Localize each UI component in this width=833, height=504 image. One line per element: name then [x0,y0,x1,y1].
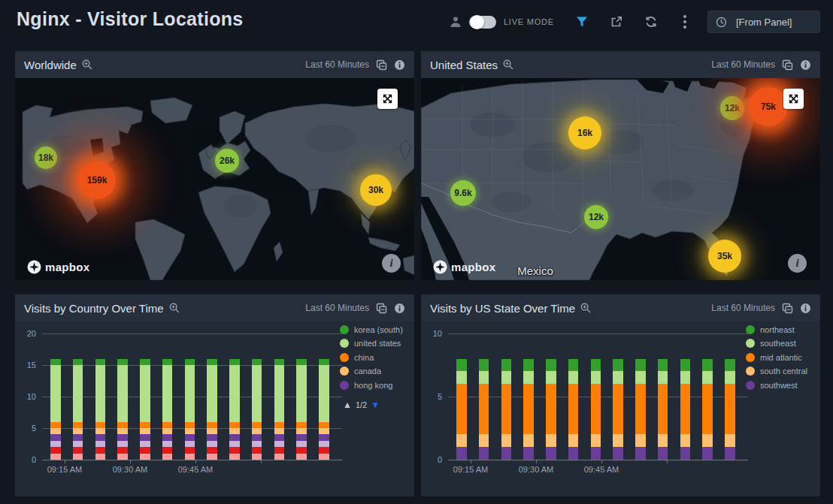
bar-segment [95,359,106,365]
bar-segment [50,441,61,447]
bar[interactable] [319,359,329,460]
bar[interactable] [140,359,150,460]
info-icon[interactable] [394,59,405,71]
map-info-button[interactable]: i [788,254,807,273]
bar-segment [456,447,467,460]
bar-segment [229,441,240,447]
map-bubble[interactable]: 12k [584,205,608,229]
bar[interactable] [680,359,691,460]
bar[interactable] [296,359,307,460]
user-icon[interactable] [450,16,462,28]
bar[interactable] [229,359,240,460]
bar-segment [702,447,713,460]
map-info-button[interactable]: i [382,254,401,273]
bar-segment [680,359,691,372]
bar[interactable] [50,359,61,460]
filter-icon[interactable] [575,15,589,29]
bar[interactable] [523,359,534,460]
us-map[interactable]: 12k75k16k9.6k12k35kMexicomapboxi [421,78,820,280]
legend-item[interactable]: china [340,353,374,362]
bar[interactable] [73,359,83,460]
bar[interactable] [456,359,467,460]
more-menu-icon[interactable] [679,14,691,30]
bar-segment [50,454,61,460]
map-bubble[interactable]: 75k [749,87,788,126]
bar[interactable] [613,359,623,460]
zoom-icon[interactable] [503,59,513,70]
bar[interactable] [725,359,735,460]
zoom-icon[interactable] [169,303,180,313]
legend-item[interactable]: southeast [746,339,796,348]
bar[interactable] [546,359,556,460]
map-bubble[interactable]: 159k [78,161,116,199]
bar-segment [162,434,173,440]
live-mode-toggle[interactable] [469,16,496,29]
bar-segment [635,371,646,384]
zoom-icon[interactable] [82,59,92,70]
duplicate-icon[interactable] [782,59,793,71]
info-icon[interactable] [800,303,811,314]
world-map[interactable]: 18k159k26k30kmapboxi [15,78,414,280]
map-expand-button[interactable] [377,89,398,109]
bar[interactable] [162,359,173,460]
legend-item[interactable]: south central [746,367,807,376]
bar[interactable] [185,359,195,460]
legend-dot [340,339,349,348]
bar[interactable] [658,359,668,460]
bar[interactable] [95,359,106,460]
share-icon[interactable] [610,15,623,29]
duplicate-icon[interactable] [376,59,387,71]
legend-item[interactable]: northeast [746,325,795,334]
bar-segment [479,384,489,434]
time-range-label: Last 60 Minutes [305,303,369,313]
bar[interactable] [252,359,262,460]
bar[interactable] [274,359,285,460]
bar[interactable] [117,359,128,460]
time-range-picker[interactable]: [From Panel] [707,11,820,33]
map-bubble[interactable]: 16k [568,116,601,149]
bar[interactable] [568,359,579,460]
bar[interactable] [207,359,217,460]
mapbox-label: mapbox [451,261,495,273]
map-bubble[interactable]: 12k [720,96,744,120]
world-map-land [15,78,414,280]
bar-segment [658,384,668,434]
duplicate-icon[interactable] [376,303,387,314]
bar-segment [725,371,735,384]
pager-up-icon[interactable]: ▲ [343,400,352,410]
legend-item[interactable]: canada [340,367,381,376]
legend-item[interactable]: hong kong [340,381,392,390]
legend-item[interactable]: united states [340,339,401,348]
map-bubble[interactable]: 26k [215,149,239,173]
bar-segment [501,371,512,384]
x-axis-tick [65,460,65,463]
bar-segment [725,447,735,460]
bar-segment [274,434,285,440]
zoom-icon[interactable] [580,303,591,313]
mapbox-logo[interactable]: mapbox [433,260,495,274]
map-bubble[interactable]: 9.6k [450,180,476,206]
bar[interactable] [635,359,646,460]
bar[interactable] [501,359,512,460]
legend-dot [746,381,755,390]
legend-item[interactable]: mid atlantic [746,353,802,362]
mapbox-label: mapbox [45,261,89,273]
map-expand-button[interactable] [783,89,804,109]
bar[interactable] [479,359,489,460]
map-bubble[interactable]: 35k [708,240,741,273]
map-bubble[interactable]: 18k [35,146,57,169]
duplicate-icon[interactable] [782,303,793,314]
bar-segment [546,371,556,384]
info-icon[interactable] [394,303,405,314]
legend-item[interactable]: southwest [746,381,798,390]
info-icon[interactable] [800,59,811,71]
bar-segment [523,384,534,434]
bar[interactable] [702,359,713,460]
map-bubble[interactable]: 30k [360,174,392,206]
pager-down-icon[interactable]: ▼ [371,400,380,410]
bar-segment [501,359,512,372]
bar[interactable] [591,359,601,460]
mapbox-logo[interactable]: mapbox [27,260,89,274]
refresh-icon[interactable] [644,15,658,29]
legend-item[interactable]: korea (south) [340,325,403,334]
